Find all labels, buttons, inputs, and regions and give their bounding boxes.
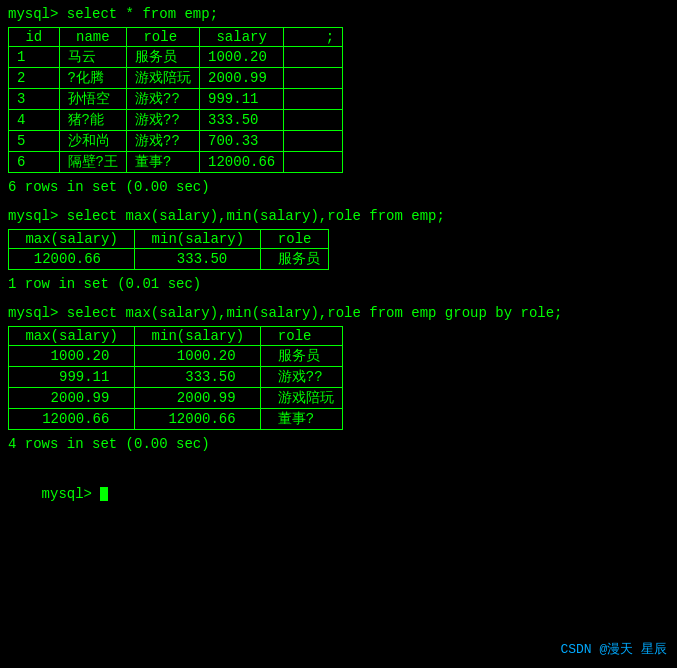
cell: 游戏?? — [127, 89, 200, 110]
sql-3: select max(salary),min(salary),role from… — [67, 305, 563, 321]
table-row: 2 ?化腾 游戏陪玩 2000.99 — [9, 68, 343, 89]
table-3: max(salary) min(salary) role 1000.20 100… — [8, 326, 343, 430]
cell: 4 — [9, 110, 60, 131]
col-role: role — [261, 230, 328, 249]
cell: 2000.99 — [200, 68, 284, 89]
cell: 12000.66 — [135, 409, 261, 430]
cell: 游戏?? — [127, 110, 200, 131]
table-row: 6 隔壁?王 董事? 12000.66 — [9, 152, 343, 173]
table-row: 1 马云 服务员 1000.20 — [9, 47, 343, 68]
cell — [284, 47, 343, 68]
cell: 游戏陪玩 — [261, 388, 342, 409]
col-max-salary: max(salary) — [9, 230, 135, 249]
table-2: max(salary) min(salary) role 12000.66 33… — [8, 229, 329, 270]
query-line-3: mysql> select max(salary),min(salary),ro… — [8, 303, 669, 324]
cell: 6 — [9, 152, 60, 173]
cell: 3 — [9, 89, 60, 110]
cell: 333.50 — [135, 367, 261, 388]
query-line-1: mysql> select * from emp; — [8, 4, 669, 25]
cell — [284, 68, 343, 89]
cell: 2000.99 — [9, 388, 135, 409]
prompt-1: mysql> — [8, 6, 67, 22]
cell: 999.11 — [9, 367, 135, 388]
result-info-1: 6 rows in set (0.00 sec) — [8, 177, 669, 198]
cell: 700.33 — [200, 131, 284, 152]
cell: 服务员 — [261, 346, 342, 367]
table-row: 2000.99 2000.99 游戏陪玩 — [9, 388, 343, 409]
cell: 12000.66 — [200, 152, 284, 173]
cell: 猪?能 — [59, 110, 126, 131]
sql-1: select * from emp; — [67, 6, 218, 22]
prompt-3: mysql> — [8, 305, 67, 321]
cell — [284, 131, 343, 152]
col-min-salary: min(salary) — [135, 230, 261, 249]
cell: 1 — [9, 47, 60, 68]
cell: 333.50 — [135, 249, 261, 270]
table-row: 5 沙和尚 游戏?? 700.33 — [9, 131, 343, 152]
table-row: 12000.66 333.50 服务员 — [9, 249, 329, 270]
col-role: role — [261, 327, 342, 346]
final-prompt: mysql> — [42, 486, 101, 502]
cell: 游戏?? — [261, 367, 342, 388]
cell — [284, 89, 343, 110]
terminal: mysql> select * from emp; id name role s… — [8, 4, 669, 526]
cell: 12000.66 — [9, 249, 135, 270]
cell: 2 — [9, 68, 60, 89]
cell: 333.50 — [200, 110, 284, 131]
cell: 马云 — [59, 47, 126, 68]
query-line-2: mysql> select max(salary),min(salary),ro… — [8, 206, 669, 227]
cell: 12000.66 — [9, 409, 135, 430]
col-min-salary: min(salary) — [135, 327, 261, 346]
cell: 1000.20 — [9, 346, 135, 367]
table-row: 999.11 333.50 游戏?? — [9, 367, 343, 388]
col-name: name — [59, 28, 126, 47]
cell: 董事? — [261, 409, 342, 430]
cell — [284, 152, 343, 173]
table-row: 3 孙悟空 游戏?? 999.11 — [9, 89, 343, 110]
table-row: 4 猪?能 游戏?? 333.50 — [9, 110, 343, 131]
result-info-3: 4 rows in set (0.00 sec) — [8, 434, 669, 455]
watermark: CSDN @漫天 星辰 — [560, 640, 667, 658]
col-role: role — [127, 28, 200, 47]
col-salary: salary — [200, 28, 284, 47]
cell: 1000.20 — [200, 47, 284, 68]
cell: 5 — [9, 131, 60, 152]
cell: 服务员 — [261, 249, 328, 270]
cell: 游戏陪玩 — [127, 68, 200, 89]
cell: 孙悟空 — [59, 89, 126, 110]
table-1: id name role salary ; 1 马云 服务员 1000.20 2… — [8, 27, 343, 173]
final-prompt-line: mysql> — [8, 463, 669, 526]
cell: 999.11 — [200, 89, 284, 110]
col-extra: ; — [284, 28, 343, 47]
col-id: id — [9, 28, 60, 47]
col-max-salary: max(salary) — [9, 327, 135, 346]
cell: 1000.20 — [135, 346, 261, 367]
cell: 游戏?? — [127, 131, 200, 152]
table-row: 1000.20 1000.20 服务员 — [9, 346, 343, 367]
cell: 隔壁?王 — [59, 152, 126, 173]
cell — [284, 110, 343, 131]
sql-2: select max(salary),min(salary),role from… — [67, 208, 445, 224]
cell: ?化腾 — [59, 68, 126, 89]
cursor — [100, 487, 108, 501]
table-row: 12000.66 12000.66 董事? — [9, 409, 343, 430]
cell: 董事? — [127, 152, 200, 173]
prompt-2: mysql> — [8, 208, 67, 224]
cell: 沙和尚 — [59, 131, 126, 152]
cell: 2000.99 — [135, 388, 261, 409]
cell: 服务员 — [127, 47, 200, 68]
result-info-2: 1 row in set (0.01 sec) — [8, 274, 669, 295]
